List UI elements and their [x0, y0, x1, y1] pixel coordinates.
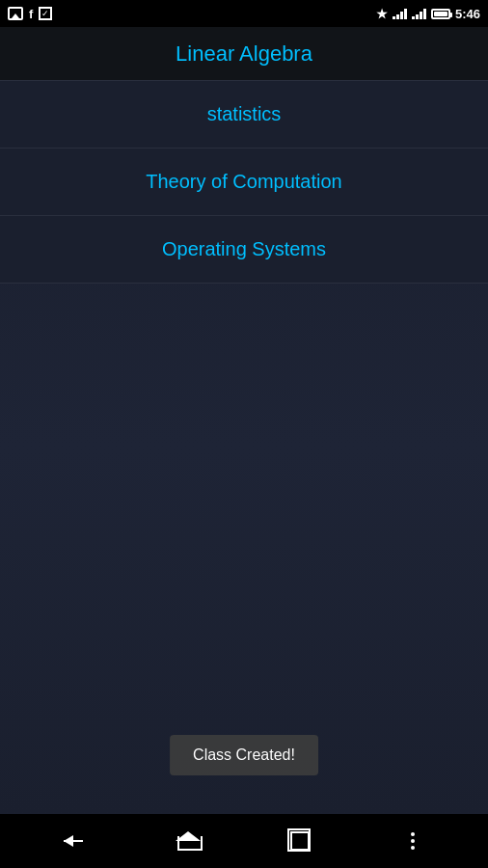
image-icon: [8, 7, 23, 20]
clock: 5:46: [455, 7, 480, 21]
home-icon: [177, 831, 199, 851]
list-item-statistics[interactable]: statistics: [0, 81, 488, 149]
list-item-theory[interactable]: Theory of Computation: [0, 149, 488, 216]
recents-icon: [290, 831, 310, 851]
app-bar: Linear Algebra: [0, 27, 488, 81]
status-bar: f ★ 5:46: [0, 0, 488, 27]
status-bar-left: f: [8, 7, 52, 21]
list-item-text-os: Operating Systems: [162, 238, 326, 260]
checkbox-icon: [39, 7, 52, 20]
facebook-icon: f: [29, 7, 33, 21]
home-button[interactable]: [159, 822, 217, 860]
list-item-text-theory: Theory of Computation: [146, 171, 341, 193]
back-icon: [64, 832, 87, 850]
list-item-text-statistics: statistics: [207, 103, 282, 125]
toast-text: Class Created!: [193, 746, 295, 763]
more-button[interactable]: [384, 822, 442, 860]
list-container: statistics Theory of Computation Operati…: [0, 81, 488, 284]
toast-message: Class Created!: [170, 735, 318, 775]
signal-icon: [412, 8, 426, 19]
wifi-icon: [393, 8, 407, 19]
status-bar-right: ★ 5:46: [376, 7, 480, 21]
main-content: statistics Theory of Computation Operati…: [0, 81, 488, 814]
recents-button[interactable]: [271, 822, 329, 860]
bluetooth-icon: ★: [376, 7, 388, 21]
back-button[interactable]: [46, 822, 104, 860]
list-item-os[interactable]: Operating Systems: [0, 216, 488, 284]
more-icon: [411, 832, 415, 850]
app-title: Linear Algebra: [176, 41, 312, 67]
nav-bar: [0, 814, 488, 868]
battery-icon: [431, 9, 450, 19]
